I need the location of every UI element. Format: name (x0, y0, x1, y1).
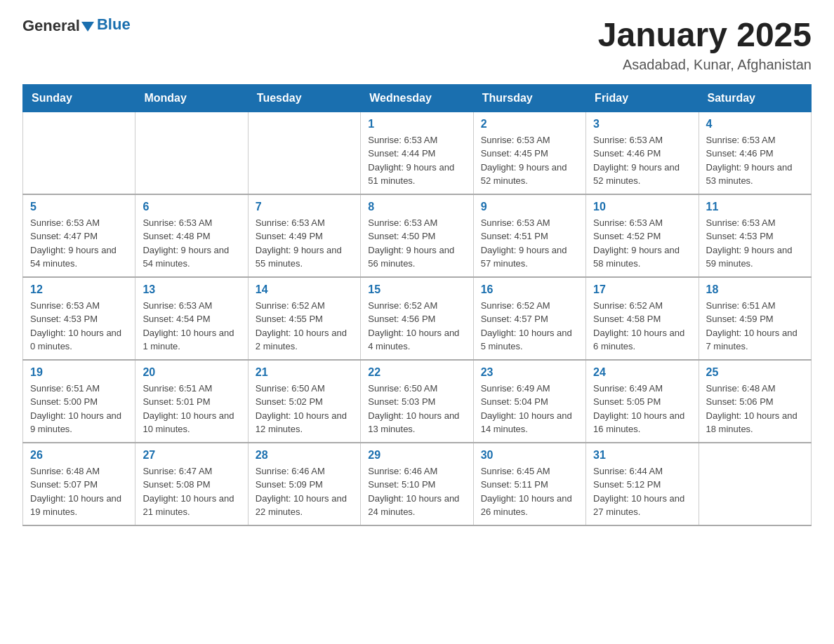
col-friday: Friday (586, 84, 699, 112)
day-info: Sunrise: 6:50 AMSunset: 5:03 PMDaylight:… (368, 382, 465, 436)
day-number: 9 (481, 201, 578, 213)
day-number: 22 (368, 366, 465, 379)
day-cell (135, 112, 248, 194)
day-cell: 12Sunrise: 6:53 AMSunset: 4:53 PMDayligh… (23, 277, 135, 360)
day-number: 14 (256, 283, 353, 296)
day-number: 6 (143, 201, 240, 213)
day-cell (699, 443, 811, 525)
day-info: Sunrise: 6:49 AMSunset: 5:05 PMDaylight:… (593, 382, 691, 436)
day-cell: 6Sunrise: 6:53 AMSunset: 4:48 PMDaylight… (135, 194, 248, 277)
week-row-3: 12Sunrise: 6:53 AMSunset: 4:53 PMDayligh… (23, 277, 812, 360)
calendar-body: 1Sunrise: 6:53 AMSunset: 4:44 PMDaylight… (23, 112, 812, 525)
day-info: Sunrise: 6:53 AMSunset: 4:53 PMDaylight:… (706, 216, 804, 271)
day-info: Sunrise: 6:53 AMSunset: 4:46 PMDaylight:… (706, 133, 804, 188)
day-number: 8 (368, 201, 465, 213)
day-cell: 7Sunrise: 6:53 AMSunset: 4:49 PMDaylight… (248, 194, 360, 277)
day-info: Sunrise: 6:53 AMSunset: 4:53 PMDaylight:… (30, 299, 128, 354)
day-number: 23 (481, 366, 578, 379)
day-cell (248, 112, 360, 194)
day-number: 28 (256, 449, 353, 462)
day-cell: 5Sunrise: 6:53 AMSunset: 4:47 PMDaylight… (23, 194, 135, 277)
day-info: Sunrise: 6:49 AMSunset: 5:04 PMDaylight:… (481, 382, 578, 436)
week-row-5: 26Sunrise: 6:48 AMSunset: 5:07 PMDayligh… (23, 443, 812, 525)
day-number: 15 (368, 283, 465, 296)
day-info: Sunrise: 6:47 AMSunset: 5:08 PMDaylight:… (143, 464, 240, 519)
week-row-1: 1Sunrise: 6:53 AMSunset: 4:44 PMDaylight… (23, 112, 812, 194)
day-info: Sunrise: 6:53 AMSunset: 4:45 PMDaylight:… (481, 133, 578, 188)
day-number: 11 (706, 201, 804, 213)
day-cell: 16Sunrise: 6:52 AMSunset: 4:57 PMDayligh… (473, 277, 585, 360)
day-info: Sunrise: 6:44 AMSunset: 5:12 PMDaylight:… (593, 464, 691, 519)
day-number: 24 (593, 366, 691, 379)
day-cell: 27Sunrise: 6:47 AMSunset: 5:08 PMDayligh… (135, 443, 248, 525)
col-tuesday: Tuesday (248, 84, 360, 112)
day-cell: 14Sunrise: 6:52 AMSunset: 4:55 PMDayligh… (248, 277, 360, 360)
day-info: Sunrise: 6:53 AMSunset: 4:51 PMDaylight:… (481, 216, 578, 271)
day-number: 17 (593, 283, 691, 296)
header-row: Sunday Monday Tuesday Wednesday Thursday… (23, 84, 812, 112)
day-cell: 25Sunrise: 6:48 AMSunset: 5:06 PMDayligh… (699, 360, 811, 443)
day-cell: 8Sunrise: 6:53 AMSunset: 4:50 PMDaylight… (361, 194, 473, 277)
col-thursday: Thursday (473, 84, 585, 112)
day-cell: 9Sunrise: 6:53 AMSunset: 4:51 PMDaylight… (473, 194, 585, 277)
page-header: General Blue January 2025 Asadabad, Kuna… (22, 17, 812, 73)
day-cell: 17Sunrise: 6:52 AMSunset: 4:58 PMDayligh… (586, 277, 699, 360)
day-info: Sunrise: 6:53 AMSunset: 4:49 PMDaylight:… (256, 216, 353, 271)
day-number: 5 (30, 201, 128, 213)
day-cell: 4Sunrise: 6:53 AMSunset: 4:46 PMDaylight… (699, 112, 811, 194)
day-number: 29 (368, 449, 465, 462)
day-info: Sunrise: 6:51 AMSunset: 5:01 PMDaylight:… (143, 382, 240, 436)
day-number: 18 (706, 283, 804, 296)
day-cell: 26Sunrise: 6:48 AMSunset: 5:07 PMDayligh… (23, 443, 135, 525)
day-cell: 1Sunrise: 6:53 AMSunset: 4:44 PMDaylight… (361, 112, 473, 194)
col-saturday: Saturday (699, 84, 811, 112)
day-number: 4 (706, 118, 804, 130)
day-info: Sunrise: 6:50 AMSunset: 5:02 PMDaylight:… (256, 382, 353, 436)
day-info: Sunrise: 6:53 AMSunset: 4:48 PMDaylight:… (143, 216, 240, 271)
day-info: Sunrise: 6:53 AMSunset: 4:52 PMDaylight:… (593, 216, 691, 271)
day-cell: 20Sunrise: 6:51 AMSunset: 5:01 PMDayligh… (135, 360, 248, 443)
day-info: Sunrise: 6:53 AMSunset: 4:47 PMDaylight:… (30, 216, 128, 271)
day-number: 27 (143, 449, 240, 462)
day-cell: 24Sunrise: 6:49 AMSunset: 5:05 PMDayligh… (586, 360, 699, 443)
day-number: 21 (256, 366, 353, 379)
day-info: Sunrise: 6:52 AMSunset: 4:56 PMDaylight:… (368, 299, 465, 354)
day-cell: 15Sunrise: 6:52 AMSunset: 4:56 PMDayligh… (361, 277, 473, 360)
day-cell: 31Sunrise: 6:44 AMSunset: 5:12 PMDayligh… (586, 443, 699, 525)
day-number: 2 (481, 118, 578, 130)
day-number: 25 (706, 366, 804, 379)
day-number: 19 (30, 366, 128, 379)
day-number: 12 (30, 283, 128, 296)
day-cell: 23Sunrise: 6:49 AMSunset: 5:04 PMDayligh… (473, 360, 585, 443)
day-info: Sunrise: 6:46 AMSunset: 5:10 PMDaylight:… (368, 464, 465, 519)
day-cell: 2Sunrise: 6:53 AMSunset: 4:45 PMDaylight… (473, 112, 585, 194)
day-cell: 29Sunrise: 6:46 AMSunset: 5:10 PMDayligh… (361, 443, 473, 525)
day-number: 13 (143, 283, 240, 296)
day-info: Sunrise: 6:51 AMSunset: 4:59 PMDaylight:… (706, 299, 804, 354)
day-cell: 19Sunrise: 6:51 AMSunset: 5:00 PMDayligh… (23, 360, 135, 443)
day-number: 7 (256, 201, 353, 213)
day-info: Sunrise: 6:52 AMSunset: 4:55 PMDaylight:… (256, 299, 353, 354)
day-info: Sunrise: 6:53 AMSunset: 4:50 PMDaylight:… (368, 216, 465, 271)
day-cell: 18Sunrise: 6:51 AMSunset: 4:59 PMDayligh… (699, 277, 811, 360)
col-monday: Monday (135, 84, 248, 112)
col-sunday: Sunday (23, 84, 135, 112)
day-number: 16 (481, 283, 578, 296)
week-row-4: 19Sunrise: 6:51 AMSunset: 5:00 PMDayligh… (23, 360, 812, 443)
calendar-title: January 2025 (598, 17, 812, 54)
day-number: 10 (593, 201, 691, 213)
day-cell: 10Sunrise: 6:53 AMSunset: 4:52 PMDayligh… (586, 194, 699, 277)
col-wednesday: Wednesday (361, 84, 473, 112)
logo: General Blue (22, 17, 131, 35)
day-number: 20 (143, 366, 240, 379)
day-info: Sunrise: 6:46 AMSunset: 5:09 PMDaylight:… (256, 464, 353, 519)
day-cell: 3Sunrise: 6:53 AMSunset: 4:46 PMDaylight… (586, 112, 699, 194)
day-info: Sunrise: 6:45 AMSunset: 5:11 PMDaylight:… (481, 464, 578, 519)
calendar-header: Sunday Monday Tuesday Wednesday Thursday… (23, 84, 812, 112)
day-info: Sunrise: 6:51 AMSunset: 5:00 PMDaylight:… (30, 382, 128, 436)
day-info: Sunrise: 6:48 AMSunset: 5:06 PMDaylight:… (706, 382, 804, 436)
day-info: Sunrise: 6:53 AMSunset: 4:54 PMDaylight:… (143, 299, 240, 354)
calendar-table: Sunday Monday Tuesday Wednesday Thursday… (22, 84, 812, 526)
logo-general-text: General (22, 17, 80, 35)
day-number: 30 (481, 449, 578, 462)
